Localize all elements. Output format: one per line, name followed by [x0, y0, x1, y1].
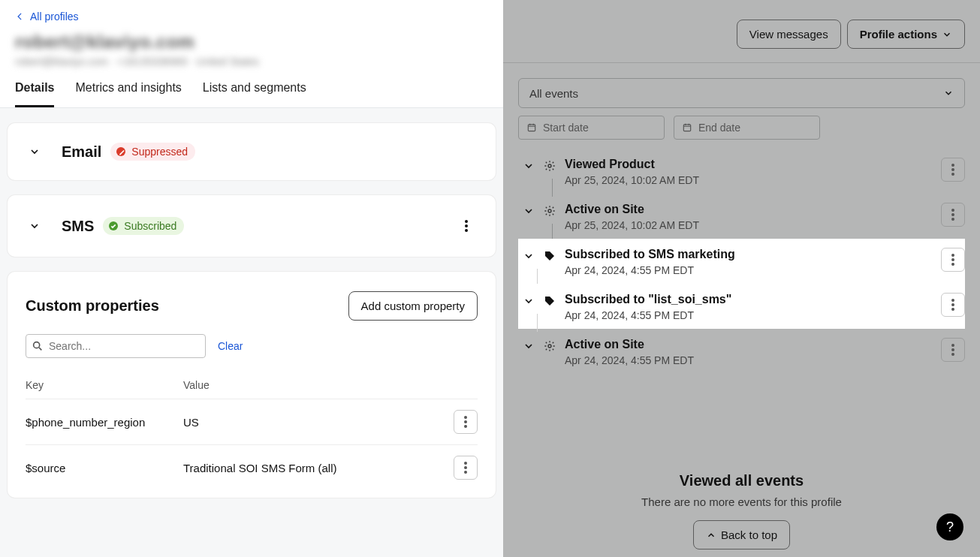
expand-sms-toggle[interactable]: [26, 217, 44, 235]
chevron-down-icon: [943, 88, 954, 98]
tab-metrics[interactable]: Metrics and insights: [75, 78, 181, 107]
sms-options-button[interactable]: [455, 215, 478, 237]
svg-point-15: [548, 164, 551, 167]
left-content: Email Suppressed SMS Subscribed: [0, 108, 503, 557]
back-to-top-button[interactable]: Back to top: [693, 520, 790, 549]
event-expand-toggle[interactable]: [523, 295, 535, 307]
svg-point-12: [464, 471, 467, 474]
event-expand-toggle[interactable]: [523, 250, 535, 262]
svg-point-3: [465, 220, 468, 223]
start-date-input[interactable]: Start date: [518, 116, 665, 140]
calendar-icon: [682, 122, 692, 133]
svg-point-25: [951, 263, 954, 266]
svg-point-0: [116, 147, 125, 156]
status-text: Subscribed: [124, 220, 176, 232]
tab-lists-segments[interactable]: Lists and segments: [203, 78, 306, 107]
event-title: Active on Site: [565, 338, 941, 351]
svg-rect-13: [528, 125, 535, 131]
svg-point-31: [951, 348, 954, 351]
gear-icon: [544, 340, 556, 355]
svg-point-16: [951, 164, 954, 167]
custom-properties-card: Custom properties Add custom property Cl…: [8, 272, 496, 498]
svg-point-28: [951, 308, 954, 311]
svg-point-19: [548, 209, 551, 212]
start-date-placeholder: Start date: [543, 122, 589, 134]
right-panel: View messages Profile actions All events…: [503, 0, 980, 557]
chevron-down-icon: [29, 220, 41, 232]
svg-point-24: [951, 258, 954, 261]
subscribed-icon: [107, 220, 119, 232]
tag-icon: [544, 250, 556, 265]
event-row: Subscribed to "list_soi_sms"Apr 24, 2024…: [518, 284, 965, 329]
col-key: Key: [26, 372, 183, 399]
svg-point-5: [465, 229, 468, 232]
event-filter-value: All events: [529, 87, 578, 100]
event-options-button[interactable]: [941, 338, 965, 362]
table-row: $source Traditional SOI SMS Form (all): [26, 445, 478, 491]
svg-point-27: [951, 303, 954, 306]
event-title: Subscribed to "list_soi_sms": [565, 293, 941, 306]
chevron-down-icon: [29, 146, 41, 158]
svg-point-7: [464, 416, 467, 419]
right-body: All events Start date End date Viewed Pr…: [503, 63, 980, 557]
event-text: Subscribed to SMS marketingApr 24, 2024,…: [565, 248, 941, 284]
event-options-button[interactable]: [941, 203, 965, 227]
prop-row-options-button[interactable]: [454, 410, 478, 434]
tag-icon: [544, 295, 556, 310]
svg-point-20: [951, 209, 954, 212]
custom-props-title: Custom properties: [26, 297, 159, 315]
svg-point-17: [951, 168, 954, 171]
prop-row-options-button[interactable]: [454, 456, 478, 480]
custom-props-search-wrap: [26, 334, 206, 358]
event-text: Active on SiteApr 25, 2024, 10:02 AM EDT: [565, 203, 941, 239]
expand-email-toggle[interactable]: [26, 143, 44, 161]
end-date-input[interactable]: End date: [674, 116, 820, 140]
left-header: All profiles robert@klaviyo.com robert@k…: [0, 0, 503, 108]
events-list: Viewed ProductApr 25, 2024, 10:02 AM EDT…: [518, 149, 965, 457]
prop-key: $source: [26, 445, 183, 491]
add-custom-property-button[interactable]: Add custom property: [348, 291, 478, 321]
kebab-icon: [465, 220, 468, 232]
event-date-range: Start date End date: [518, 116, 965, 140]
status-badge-subscribed: Subscribed: [103, 217, 184, 235]
arrow-left-icon: [15, 11, 26, 22]
event-options-button[interactable]: [941, 158, 965, 182]
event-type-filter[interactable]: All events: [518, 78, 965, 108]
event-row: Subscribed to SMS marketingApr 24, 2024,…: [518, 239, 965, 284]
event-timestamp: Apr 24, 2024, 4:55 PM EDT: [565, 309, 941, 321]
svg-point-11: [464, 466, 467, 469]
event-timestamp: Apr 25, 2024, 10:02 AM EDT: [565, 219, 941, 231]
event-options-button[interactable]: [941, 293, 965, 317]
calendar-icon: [526, 122, 537, 133]
right-top-actions: View messages Profile actions: [503, 0, 980, 63]
suppressed-icon: [115, 146, 127, 158]
svg-point-29: [548, 345, 551, 348]
prop-value: Traditional SOI SMS Form (all): [183, 445, 433, 491]
profile-actions-button[interactable]: Profile actions: [847, 20, 965, 49]
svg-point-23: [951, 254, 954, 257]
search-icon: [32, 340, 44, 352]
profile-actions-label: Profile actions: [860, 28, 937, 41]
custom-props-clear-link[interactable]: Clear: [218, 340, 243, 352]
custom-props-search-input[interactable]: [26, 334, 206, 358]
svg-point-22: [951, 218, 954, 221]
event-expand-toggle[interactable]: [523, 205, 535, 217]
channel-card-sms: SMS Subscribed: [8, 195, 496, 257]
event-title: Active on Site: [565, 203, 941, 216]
channel-sms-title: SMS: [62, 218, 94, 235]
event-text: Viewed ProductApr 25, 2024, 10:02 AM EDT: [565, 158, 941, 194]
back-all-profiles-link[interactable]: All profiles: [15, 11, 79, 23]
help-fab-button[interactable]: ?: [936, 513, 963, 540]
event-options-button[interactable]: [941, 248, 965, 272]
event-expand-toggle[interactable]: [523, 160, 535, 172]
gear-icon: [544, 160, 556, 175]
svg-point-32: [951, 353, 954, 356]
tab-details[interactable]: Details: [15, 78, 54, 107]
event-text: Active on SiteApr 24, 2024, 4:55 PM EDT: [565, 338, 941, 374]
view-messages-button[interactable]: View messages: [737, 20, 841, 49]
svg-point-9: [464, 425, 467, 428]
event-expand-toggle[interactable]: [523, 340, 535, 352]
event-text: Subscribed to "list_soi_sms"Apr 24, 2024…: [565, 293, 941, 329]
custom-props-table: Key Value $phone_number_region US $sourc…: [26, 372, 478, 490]
back-to-top-label: Back to top: [721, 528, 777, 541]
